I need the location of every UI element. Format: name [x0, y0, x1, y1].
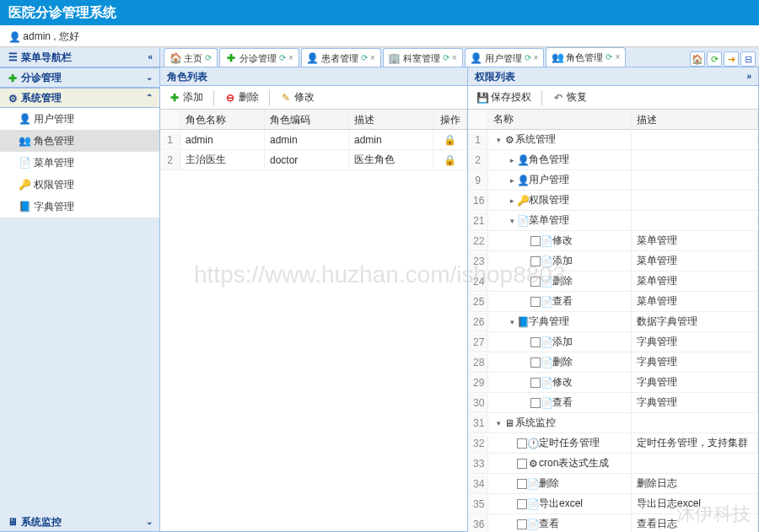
refresh-icon[interactable]: ⟳: [279, 49, 286, 67]
expand-icon[interactable]: »: [746, 67, 751, 85]
tree-row[interactable]: 30📄查看字典管理: [468, 393, 758, 413]
tab-patient[interactable]: 👤患者管理 ⟳×: [301, 48, 381, 67]
role-panel: 角色列表 ✚添加 ⊖删除 ✎修改 角色名称 角色编码 描述 操作: [160, 67, 468, 532]
tab-home[interactable]: 🏠主页 ⟳: [164, 48, 218, 67]
nav-item-menu[interactable]: 📄菜单管理: [0, 152, 159, 174]
refresh-icon[interactable]: ⟳: [361, 49, 368, 67]
tree-row[interactable]: 21▾📄菜单管理: [468, 211, 758, 231]
expander-icon[interactable]: ▸: [507, 175, 517, 185]
col-desc[interactable]: 描述: [349, 110, 433, 129]
nav-item-role[interactable]: 👥角色管理: [0, 130, 159, 152]
sidebar: ☰ 菜单导航栏 « ✚ 分诊管理 ⌄ ⚙ 系统管理 ⌃ 👤用户管理 👥角色管理 …: [0, 47, 160, 532]
nav-item-perm[interactable]: 🔑权限管理: [0, 174, 159, 196]
tree-row[interactable]: 1▾⚙系统管理: [468, 130, 758, 150]
close-icon[interactable]: ×: [534, 49, 539, 67]
tab-user[interactable]: 👤用户管理 ⟳×: [465, 48, 545, 67]
checkbox[interactable]: [530, 256, 541, 266]
checkbox[interactable]: [530, 297, 541, 307]
chevron-left-icon: «: [148, 47, 153, 67]
col-code[interactable]: 角色编码: [265, 110, 349, 129]
close-icon[interactable]: ×: [288, 49, 293, 67]
edit-button[interactable]: ✎修改: [277, 89, 318, 106]
sidebar-panel-nav[interactable]: ☰ 菜单导航栏 «: [0, 47, 159, 67]
col-op[interactable]: 操作: [433, 110, 467, 129]
save-button[interactable]: 💾保存授权: [473, 89, 535, 106]
tree-row[interactable]: 28📄删除字典管理: [468, 352, 758, 373]
col-name[interactable]: 名称: [488, 110, 632, 129]
tree-row[interactable]: 27📄添加字典管理: [468, 332, 758, 352]
tree-row[interactable]: 35📄导出excel导出日志excel: [468, 494, 758, 514]
restore-button[interactable]: ↶恢复: [549, 89, 590, 106]
delete-button[interactable]: ⊖删除: [221, 89, 262, 106]
book-icon: 📘: [19, 201, 30, 212]
page-icon: 📄: [541, 357, 552, 368]
tree-row[interactable]: 25📄查看菜单管理: [468, 292, 758, 312]
checkbox[interactable]: [517, 499, 527, 509]
tree-row[interactable]: 36📄查看查看日志: [468, 514, 758, 532]
expander-icon[interactable]: ▾: [507, 317, 517, 327]
tree-row[interactable]: 31▾🖥系统监控: [468, 413, 758, 433]
tree-row[interactable]: 9▸👤用户管理: [468, 170, 758, 191]
tab-role[interactable]: 👥角色管理 ⟳×: [546, 47, 626, 67]
expander-icon[interactable]: ▾: [507, 216, 517, 226]
lock-icon[interactable]: 🔒: [444, 134, 456, 146]
table-row[interactable]: 1adminadminadmin🔒: [160, 130, 467, 150]
tree-label: 查看: [539, 517, 559, 531]
tool-next[interactable]: ➔: [724, 51, 739, 67]
tab-triage[interactable]: ✚分诊管理 ⟳×: [219, 48, 299, 67]
sidebar-panel-monitor[interactable]: 🖥 系统监控 ⌄: [0, 512, 159, 532]
expander-icon[interactable]: ▸: [507, 155, 517, 165]
refresh-icon[interactable]: ⟳: [205, 49, 212, 67]
checkbox[interactable]: [530, 378, 541, 388]
tree-row[interactable]: 33⚙cron表达式生成: [468, 454, 758, 474]
lock-icon[interactable]: 🔒: [444, 154, 456, 166]
nav-item-user[interactable]: 👤用户管理: [0, 108, 159, 130]
tree-row[interactable]: 26▾📘字典管理数据字典管理: [468, 312, 758, 332]
checkbox[interactable]: [530, 337, 541, 347]
checkbox[interactable]: [517, 438, 527, 449]
tree-label: 权限管理: [529, 193, 569, 207]
col-name[interactable]: 角色名称: [180, 110, 265, 129]
refresh-icon[interactable]: ⟳: [443, 49, 449, 67]
col-desc[interactable]: 描述: [632, 110, 758, 129]
tree-label: 用户管理: [529, 173, 569, 187]
checkbox[interactable]: [530, 398, 541, 408]
tree-row[interactable]: 24📄删除菜单管理: [468, 271, 758, 292]
checkbox[interactable]: [517, 519, 527, 529]
page-icon: 📄: [19, 157, 30, 169]
sidebar-panel-system[interactable]: ⚙ 系统管理 ⌃: [0, 88, 159, 108]
tree-row[interactable]: 23📄添加菜单管理: [468, 251, 758, 271]
checkbox[interactable]: [530, 357, 541, 368]
tab-dept[interactable]: 🏢科室管理 ⟳×: [383, 48, 463, 67]
separator: [541, 90, 542, 105]
sidebar-panel-triage[interactable]: ✚ 分诊管理 ⌄: [0, 67, 159, 88]
tool-close[interactable]: ⊟: [740, 51, 756, 67]
close-icon[interactable]: ×: [615, 48, 620, 67]
refresh-icon[interactable]: ⟳: [525, 49, 531, 67]
tree-label: cron表达式生成: [539, 456, 609, 470]
add-button[interactable]: ✚添加: [165, 89, 207, 106]
tree-row[interactable]: 16▸🔑权限管理: [468, 191, 758, 211]
expander-icon[interactable]: ▾: [493, 135, 503, 145]
plus-icon: ✚: [225, 52, 237, 64]
tool-home[interactable]: 🏠: [690, 51, 705, 67]
refresh-icon[interactable]: ⟳: [606, 48, 612, 67]
tree-row[interactable]: 22📄修改菜单管理: [468, 231, 758, 251]
tree-row[interactable]: 2▸👤角色管理: [468, 150, 758, 170]
expander-icon[interactable]: ▸: [507, 196, 517, 206]
checkbox[interactable]: [517, 459, 527, 469]
table-row[interactable]: 2主治医生doctor医生角色🔒: [160, 150, 467, 170]
tool-refresh[interactable]: ⟳: [707, 51, 722, 67]
close-icon[interactable]: ×: [370, 49, 375, 67]
checkbox[interactable]: [530, 277, 541, 287]
tree-row[interactable]: 32🕐定时任务管理定时任务管理，支持集群: [468, 433, 758, 454]
nav-item-dict[interactable]: 📘字典管理: [0, 196, 159, 218]
tree-row[interactable]: 29📄修改字典管理: [468, 373, 758, 393]
tree-row[interactable]: 34📄删除删除日志: [468, 474, 758, 494]
checkbox[interactable]: [517, 479, 527, 489]
close-icon[interactable]: ×: [452, 49, 457, 67]
tree-label: 添加: [552, 254, 573, 268]
tree-label: 修改: [552, 234, 573, 248]
checkbox[interactable]: [530, 236, 541, 246]
expander-icon[interactable]: ▾: [493, 418, 503, 428]
